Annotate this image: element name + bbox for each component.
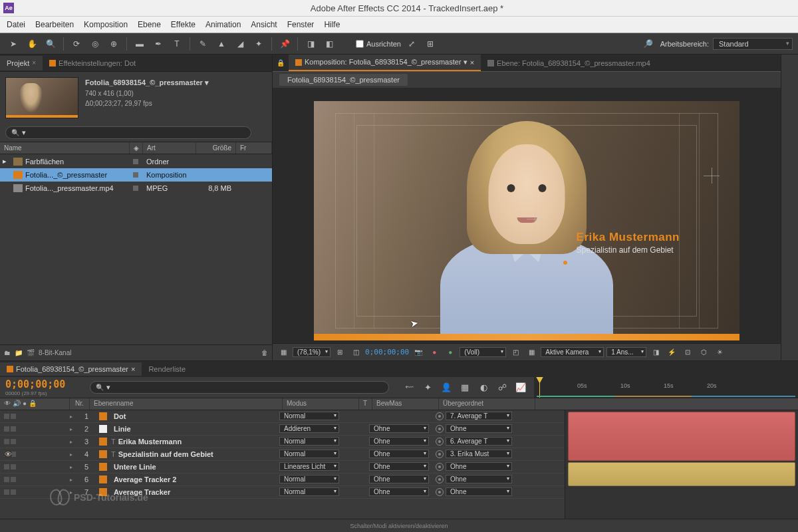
- text-tool-icon[interactable]: T: [169, 36, 185, 52]
- project-item[interactable]: ▸FarbflächenOrdner: [0, 154, 272, 168]
- tab-render-queue[interactable]: Renderliste: [142, 362, 192, 376]
- comp-mini-flowchart-icon[interactable]: ⬳: [401, 380, 417, 396]
- pixel-aspect-icon[interactable]: ◨: [649, 346, 662, 359]
- pan-behind-tool-icon[interactable]: ⊕: [106, 36, 122, 52]
- flowchart-icon[interactable]: ⬡: [697, 346, 710, 359]
- menu-file[interactable]: Datei: [7, 20, 25, 29]
- snap-grid-icon[interactable]: ⊞: [422, 36, 438, 52]
- parent-dropdown[interactable]: Ohne: [446, 424, 512, 433]
- twirl-icon[interactable]: ▸: [70, 477, 76, 483]
- layer-row[interactable]: 👁▸2LinieAddierenOhneOhne: [0, 423, 565, 436]
- layer-row[interactable]: 👁▸4TSpezialistin auf dem GebietNormalOhn…: [0, 448, 565, 461]
- parent-dropdown[interactable]: Ohne: [446, 462, 512, 471]
- tab-composition[interactable]: Komposition: Fotolia_68938154_©_pressmas…: [289, 55, 481, 71]
- rotate-tool-icon[interactable]: ⟳: [68, 36, 84, 52]
- layer-bar[interactable]: [568, 462, 795, 486]
- menu-edit[interactable]: Bearbeiten: [35, 20, 74, 29]
- zoom-dropdown[interactable]: (78,1%): [293, 347, 331, 357]
- brush-tool-icon[interactable]: ✎: [195, 36, 211, 52]
- rect-tool-icon[interactable]: ▬: [132, 36, 148, 52]
- label-swatch[interactable]: [99, 463, 107, 471]
- hand-tool-icon[interactable]: ✋: [24, 36, 40, 52]
- close-icon[interactable]: ×: [131, 365, 135, 373]
- label-swatch[interactable]: [99, 412, 107, 420]
- menu-layer[interactable]: Ebene: [138, 20, 161, 29]
- tab-layer[interactable]: Ebene: Fotolia_68938154_©_pressmaster.mp…: [481, 56, 657, 70]
- comp-new-icon[interactable]: 🎬: [27, 349, 35, 356]
- menu-effects[interactable]: Effekte: [171, 20, 196, 29]
- blend-mode-dropdown[interactable]: Addieren: [279, 424, 339, 433]
- right-panels-collapsed[interactable]: [781, 55, 798, 360]
- motion-blur-icon[interactable]: ◐: [475, 380, 491, 396]
- parent-dropdown[interactable]: 7. Average T: [446, 412, 512, 420]
- parent-dropdown[interactable]: Ohne: [446, 487, 512, 496]
- pickwhip-icon[interactable]: [436, 438, 444, 446]
- grid-icon[interactable]: ⊞: [333, 346, 346, 359]
- menu-window[interactable]: Fenster: [287, 20, 315, 29]
- twirl-icon[interactable]: ▸: [70, 414, 76, 420]
- time-ruler[interactable]: 05s 10s 15s 20s: [534, 377, 798, 398]
- pickwhip-icon[interactable]: [436, 425, 444, 433]
- layer-row[interactable]: 👁▸3TErika MustermannNormalOhne6. Average…: [0, 436, 565, 448]
- pickwhip-icon[interactable]: [436, 488, 444, 496]
- parent-dropdown[interactable]: 6. Average T: [446, 437, 512, 446]
- align-checkbox[interactable]: Ausrichten: [356, 40, 401, 48]
- current-time[interactable]: 0;00;00;00: [365, 348, 409, 356]
- track-matte-dropdown[interactable]: Ohne: [369, 450, 429, 458]
- frame-blend-icon[interactable]: ▦: [457, 380, 473, 396]
- twirl-icon[interactable]: ▸: [70, 439, 76, 445]
- bit-depth-button[interactable]: 8-Bit-Kanal: [39, 349, 71, 356]
- snapshot-icon[interactable]: 📷: [412, 346, 425, 359]
- fast-preview-icon[interactable]: ⚡: [665, 346, 678, 359]
- track-matte-dropdown[interactable]: Ohne: [369, 424, 429, 433]
- blend-mode-dropdown[interactable]: Normal: [279, 437, 339, 446]
- parent-dropdown[interactable]: Ohne: [446, 475, 512, 483]
- graph-editor-icon[interactable]: 📈: [513, 380, 529, 396]
- roto-tool-icon[interactable]: ✦: [251, 36, 267, 52]
- trash-icon[interactable]: 🗑: [261, 349, 268, 356]
- blend-mode-dropdown[interactable]: Normal: [279, 450, 339, 458]
- pickwhip-icon[interactable]: [436, 475, 444, 483]
- shape-tool-icon[interactable]: ◨: [303, 36, 319, 52]
- interpret-icon[interactable]: 🖿: [4, 349, 11, 356]
- resolution-dropdown[interactable]: (Voll): [460, 347, 506, 357]
- brainstorm-icon[interactable]: ☍: [494, 380, 510, 396]
- channel-icon[interactable]: ●: [444, 346, 457, 359]
- layer-row[interactable]: 👁▸1DotNormal7. Average T: [0, 410, 565, 423]
- blend-mode-dropdown[interactable]: Lineares Licht: [279, 462, 339, 471]
- transparency-grid-icon[interactable]: ▦: [525, 346, 538, 359]
- layer-row[interactable]: 👁▸7Average TrackerNormalOhneOhne: [0, 486, 565, 499]
- anchor-point-icon[interactable]: [527, 211, 543, 227]
- close-icon[interactable]: ×: [32, 59, 36, 66]
- lock-icon[interactable]: 🔒: [273, 59, 289, 66]
- pin-tool-icon[interactable]: 📌: [277, 36, 293, 52]
- search-help-icon[interactable]: 🔎: [640, 36, 656, 52]
- menu-composition[interactable]: Komposition: [84, 20, 128, 29]
- menu-animation[interactable]: Animation: [205, 20, 241, 29]
- views-dropdown[interactable]: 1 Ans...: [606, 347, 646, 357]
- blend-mode-dropdown[interactable]: Normal: [279, 487, 339, 496]
- menu-view[interactable]: Ansicht: [251, 20, 277, 29]
- camera-dropdown[interactable]: Aktive Kamera: [541, 347, 604, 357]
- blend-mode-dropdown[interactable]: Normal: [279, 475, 339, 483]
- layer-row[interactable]: 👁▸5Untere LinieLineares LichtOhneOhne: [0, 461, 565, 473]
- composition-viewer[interactable]: Erika Mustermann Spezialistin auf dem Ge…: [273, 88, 781, 343]
- exposure-icon[interactable]: ☀: [713, 346, 726, 359]
- always-preview-icon[interactable]: ▦: [277, 346, 290, 359]
- twirl-icon[interactable]: ▸: [70, 426, 76, 432]
- clone-tool-icon[interactable]: ▲: [213, 36, 229, 52]
- label-swatch[interactable]: [99, 475, 107, 483]
- pickwhip-icon[interactable]: [436, 450, 444, 458]
- timeline-tracks[interactable]: [565, 410, 798, 519]
- pickwhip-icon[interactable]: [436, 412, 444, 420]
- tab-effect-controls[interactable]: Effekteinstellungen: Dot: [43, 56, 142, 70]
- project-item[interactable]: Fotolia..._©_pressmasterKomposition: [0, 168, 272, 182]
- camera-tool-icon[interactable]: ◎: [87, 36, 103, 52]
- breadcrumb-item[interactable]: Fotolia_68938154_©_pressmaster: [279, 74, 408, 86]
- timeline-icon[interactable]: ⊡: [681, 346, 694, 359]
- parent-dropdown[interactable]: 3. Erika Must: [446, 450, 512, 458]
- anchor-point-icon[interactable]: [704, 168, 720, 184]
- project-search-input[interactable]: ▾: [5, 126, 251, 139]
- label-swatch[interactable]: [99, 425, 107, 433]
- label-swatch[interactable]: [99, 488, 107, 496]
